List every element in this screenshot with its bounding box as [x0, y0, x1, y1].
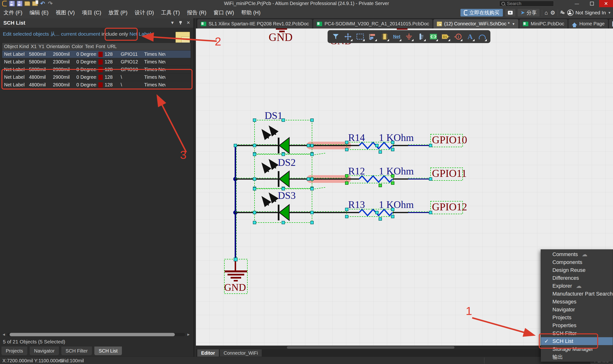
- panel-tab[interactable]: SCH List: [94, 347, 122, 355]
- scrollbar-thumb[interactable]: [287, 346, 454, 349]
- tab-dropdown-icon[interactable]: ▼: [512, 22, 515, 26]
- resistor-designator[interactable]: R13: [348, 199, 365, 210]
- led-designator[interactable]: DS2: [278, 157, 296, 168]
- panel-tab[interactable]: SCH Filter: [61, 347, 92, 355]
- resistor-designator[interactable]: R12: [348, 165, 365, 177]
- menu-item[interactable]: 放置 (P): [105, 7, 131, 18]
- place-arc-icon[interactable]: [477, 32, 487, 42]
- editor-tab[interactable]: Connector_WiFi: [220, 349, 262, 357]
- move-icon[interactable]: [343, 32, 353, 42]
- select-area-icon[interactable]: [355, 32, 365, 42]
- close-button[interactable]: ✕: [599, 0, 613, 7]
- resistor-value[interactable]: 1 KOhm: [379, 199, 414, 210]
- table-row[interactable]: Net Label 4800mil 2900mil 0 Degrees 128 …: [2, 74, 191, 81]
- net-label-gpio10[interactable]: GPIO10: [432, 134, 467, 146]
- context-menu-item[interactable]: ✓ SCH Filter ☁: [541, 329, 613, 337]
- context-menu-item[interactable]: ✓ Differences ☁: [541, 274, 613, 282]
- align-icon[interactable]: [367, 32, 377, 42]
- scroll-left-icon[interactable]: ◄: [2, 332, 6, 337]
- context-menu-item[interactable]: ✓ Manufacturer Part Search ☁: [541, 290, 613, 298]
- scrollbar-thumb[interactable]: [10, 333, 175, 336]
- gnd-power-port-label[interactable]: GND: [224, 282, 246, 293]
- panel-pin-icon[interactable]: [179, 21, 182, 25]
- context-menu-item[interactable]: ✓ Properties ☁: [541, 321, 613, 329]
- column-header[interactable]: Font: [94, 44, 105, 49]
- context-menu-item[interactable]: ✓ Comments ☁: [541, 250, 613, 258]
- tab-schdoc-active[interactable]: (12) Connector_WiFi.SchDoc * ▼: [433, 19, 519, 28]
- place-harness-icon[interactable]: [416, 32, 426, 42]
- tab-home-page[interactable]: Home Page: [569, 19, 608, 28]
- global-search-input[interactable]: Search: [499, 1, 554, 6]
- net-label-gpio12[interactable]: GPIO12: [432, 201, 467, 213]
- menu-item[interactable]: 窗口 (W): [210, 7, 238, 18]
- context-menu-item[interactable]: ✓ Projects ☁: [541, 313, 613, 321]
- resistor-value[interactable]: 1 KOhm: [379, 165, 414, 177]
- resistor-designator[interactable]: R14: [348, 132, 365, 143]
- context-menu-item[interactable]: ✓ Explorer ☁: [541, 282, 613, 290]
- share-button[interactable]: ➤ 分享: [518, 9, 539, 16]
- buy-online-button[interactable]: 立即在线购买: [460, 9, 503, 16]
- place-text-icon[interactable]: A: [465, 32, 475, 42]
- column-header[interactable]: X1: [29, 44, 36, 49]
- column-header[interactable]: Orientation: [44, 44, 70, 49]
- menu-item[interactable]: 视图 (V): [52, 7, 78, 18]
- net-labels-link[interactable]: Net Labels: [130, 31, 153, 37]
- column-header[interactable]: Object Kind: [2, 44, 29, 49]
- table-row[interactable]: Net Label 5800mil 2300mil 0 Degrees 128 …: [2, 58, 191, 66]
- place-power-port-icon[interactable]: [404, 32, 414, 42]
- scope-document-link[interactable]: current document: [61, 31, 100, 37]
- gnd-power-port[interactable]: [225, 260, 247, 281]
- led-designator[interactable]: DS1: [265, 110, 282, 121]
- scope-from-link[interactable]: 从...: [50, 31, 60, 37]
- scroll-right-icon[interactable]: ►: [187, 332, 190, 337]
- panel-tab[interactable]: Projects: [1, 347, 27, 355]
- comments-hidden-icon[interactable]: ✎: [560, 10, 565, 16]
- resistor-value[interactable]: 1 KOhm: [379, 132, 414, 143]
- tab-pcbdoc-2[interactable]: PC4-SODIMM_V200_RC_A1_20141015.PcbDoc: [313, 19, 432, 28]
- no-erc-icon[interactable]: i: [453, 32, 463, 42]
- menu-item[interactable]: 编辑 (E): [26, 7, 52, 18]
- led-designator[interactable]: DS3: [278, 190, 296, 201]
- tab-pcbdoc-1[interactable]: SL1 Xilinx Spartan-IIE PQ208 Rev1.02.Pcb…: [197, 19, 312, 28]
- panel-horizontal-scrollbar[interactable]: ◄ ►: [2, 332, 190, 337]
- panel-filter-icon[interactable]: ▼: [170, 20, 174, 25]
- panel-tab[interactable]: Navigator: [30, 347, 59, 355]
- place-part-icon[interactable]: [380, 32, 390, 42]
- context-menu-item[interactable]: ✓ 输出 ☁: [541, 353, 613, 361]
- panel-close-icon[interactable]: ✕: [187, 20, 190, 25]
- table-row[interactable]: Net Label 5800mil 2600mil 0 Degrees 128 …: [2, 51, 191, 58]
- table-row[interactable]: Net Label 4800mil 2600mil 0 Degrees 128 …: [2, 81, 191, 89]
- sign-in-menu[interactable]: Not Signed In ▼: [567, 10, 611, 16]
- net-label-gpio11[interactable]: GPIO11: [432, 167, 467, 180]
- column-header[interactable]: Y1: [37, 44, 44, 49]
- place-net-label-icon[interactable]: Net: [392, 32, 402, 42]
- context-menu-item[interactable]: ✓ Design Reuse ☁: [541, 266, 613, 274]
- context-menu-item[interactable]: ✓ Messages ☁: [541, 298, 613, 306]
- edit-mode-link[interactable]: Edit selected objects: [3, 31, 49, 37]
- home-icon[interactable]: ⌂: [545, 10, 548, 16]
- context-menu-item[interactable]: ✓ Storage Manager ☁: [541, 345, 613, 353]
- place-sheet-symbol-icon[interactable]: [428, 32, 439, 42]
- menu-item[interactable]: 文件 (F): [0, 7, 26, 18]
- menu-item[interactable]: 帮助 (H): [238, 7, 264, 18]
- filter-icon[interactable]: [331, 32, 341, 42]
- editor-tab[interactable]: Editor: [197, 349, 219, 357]
- context-menu-item[interactable]: ✓ SCH List ☁: [541, 337, 613, 345]
- add-comment-button[interactable]: +: [505, 9, 515, 16]
- context-menu-item[interactable]: ✓ Components ☁: [541, 258, 613, 266]
- menu-item[interactable]: 工具 (T): [158, 7, 183, 18]
- minimize-button[interactable]: —: [571, 0, 583, 7]
- table-row[interactable]: Net Label 5800mil 2900mil 0 Degrees 128 …: [2, 66, 191, 74]
- gear-icon[interactable]: ⚙: [550, 10, 555, 16]
- tab-pcbdoc-3[interactable]: MiniPC.PcbDoc: [519, 19, 568, 28]
- column-header[interactable]: URL: [105, 44, 117, 49]
- column-header[interactable]: Text: [83, 44, 94, 49]
- column-header[interactable]: Color: [70, 44, 83, 49]
- place-directive-icon[interactable]: D1: [440, 32, 451, 42]
- tab-report[interactable]: e Design Rule Verification Report: [609, 19, 613, 28]
- context-menu-item[interactable]: ✓ Navigator ☁: [541, 306, 613, 313]
- menu-item[interactable]: 项目 (C): [78, 7, 105, 18]
- menu-item[interactable]: 报告 (R): [183, 7, 210, 18]
- table-header-row[interactable]: Object KindX1Y1OrientationColorTextFontU…: [2, 43, 191, 51]
- menu-item[interactable]: 设计 (D): [131, 7, 158, 18]
